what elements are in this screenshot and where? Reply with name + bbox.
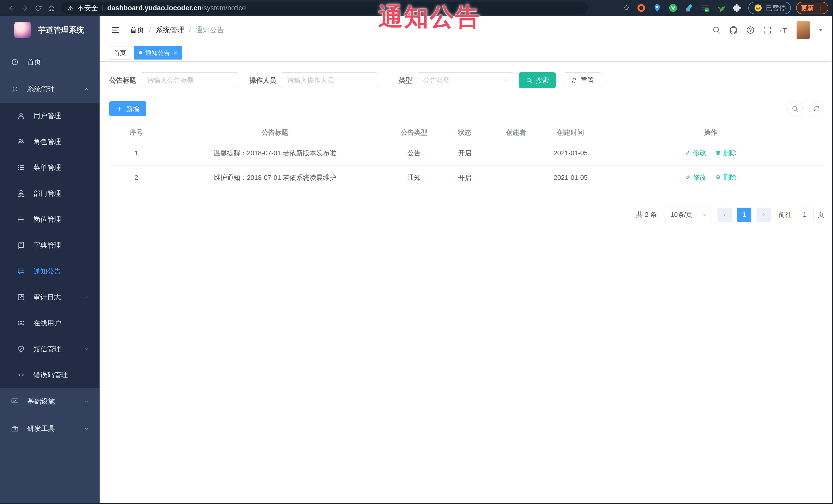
sidebar-item-post-mgmt[interactable]: 岗位管理 [0, 206, 99, 232]
arrow-left-icon [7, 4, 16, 12]
extension-blue-gem-icon[interactable] [682, 1, 696, 15]
sidebar-item-label: 错误码管理 [33, 370, 68, 380]
sidebar-item-home[interactable]: 首页 [0, 48, 99, 75]
tab-notice[interactable]: 通知公告× [134, 46, 182, 59]
user-avatar[interactable] [796, 21, 810, 39]
briefcase-icon [17, 215, 25, 223]
extension-puzzle-icon[interactable] [730, 1, 744, 15]
breadcrumb-item[interactable]: 系统管理 [156, 25, 184, 35]
sidebar-item-notice-announcement[interactable]: 通知公告 [0, 258, 99, 284]
extension-blue-pin-icon[interactable] [650, 1, 664, 15]
browser-reload-button[interactable] [31, 1, 45, 15]
sidebar-item-label: 审计日志 [33, 292, 61, 302]
edit-link-label: 修改 [693, 148, 706, 157]
sidebar-item-label: 菜单管理 [33, 163, 61, 172]
notice-type-placeholder: 公告类型 [423, 76, 450, 85]
sidebar-item-role-mgmt[interactable]: 角色管理 [0, 128, 99, 154]
sidebar-item-label: 首页 [27, 57, 41, 67]
sidebar-item-label: 部门管理 [33, 189, 61, 198]
table-row: 2维护通知：2018-07-01 若依系统凌晨维护通知开启2021-01-05修… [109, 165, 824, 190]
font-size-button[interactable]: tT [780, 25, 789, 34]
fullscreen-button[interactable] [763, 25, 772, 34]
caret-down-icon[interactable] [817, 27, 824, 33]
browser-update-button[interactable]: 更新 [796, 2, 828, 14]
svg-text:t: t [780, 28, 782, 33]
operator-label: 操作人员 [249, 76, 276, 85]
add-button[interactable]: 新增 [109, 101, 146, 116]
page-unit-label: 页 [817, 210, 824, 219]
notice-title-input[interactable] [141, 72, 238, 88]
sidebar-item-menu-mgmt[interactable]: 菜单管理 [0, 154, 99, 181]
bookmark-star-button[interactable] [620, 2, 633, 15]
sidebar-item-dev-tools[interactable]: 研发工具 [0, 415, 99, 442]
gear-icon [11, 85, 19, 93]
tab-home[interactable]: 首页 [109, 46, 131, 59]
edit-link[interactable]: 修改 [685, 148, 706, 157]
sidebar-toggle-button[interactable] [110, 24, 121, 36]
sidebar-item-user-mgmt[interactable]: 用户管理 [0, 103, 99, 128]
extension-dark-stack-icon[interactable]: on [698, 1, 712, 15]
paused-profile-chip[interactable]: 已暂停 [748, 2, 791, 14]
delete-link[interactable]: 删除 [715, 148, 737, 157]
browser-home-button[interactable] [45, 1, 58, 15]
question-button[interactable] [746, 25, 755, 34]
filter-form: 公告标题 操作人员 类型 公告类型 [109, 72, 824, 88]
table-option-buttons [787, 101, 824, 117]
browser-back-button[interactable] [5, 1, 18, 15]
search-button[interactable]: 搜索 [519, 72, 556, 88]
sidebar-item-infrastructure[interactable]: 基础设施 [0, 388, 99, 415]
tab-label: 通知公告 [145, 49, 170, 57]
breadcrumb-separator: / [149, 26, 151, 34]
next-page-button[interactable] [757, 208, 771, 222]
breadcrumb-separator: / [189, 26, 191, 34]
github-button[interactable] [729, 25, 738, 34]
sidebar-item-audit-log[interactable]: 审计日志 [0, 284, 99, 310]
users-icon [17, 138, 25, 146]
star-icon [623, 4, 630, 12]
refresh-table-button[interactable] [809, 101, 824, 117]
extension-green-sprout-icon[interactable] [714, 1, 728, 15]
window-edge-right [832, 0, 833, 504]
close-tab-icon[interactable]: × [173, 50, 177, 56]
page-number-1[interactable]: 1 [737, 208, 752, 222]
operator-input[interactable] [281, 72, 378, 88]
notice-type-select[interactable]: 公告类型 [417, 72, 514, 88]
delete-link[interactable]: 删除 [715, 173, 737, 182]
trash-icon [715, 150, 721, 156]
edit-link[interactable]: 修改 [685, 173, 706, 182]
url-path: /system/notice [202, 4, 246, 12]
toggle-search-button[interactable] [787, 101, 803, 117]
search-button-label: 搜索 [536, 76, 549, 85]
hamburger-icon [111, 25, 120, 35]
sidebar-item-dept-mgmt[interactable]: 部门管理 [0, 181, 99, 206]
code-icon [17, 371, 25, 379]
sidebar-item-dict-mgmt[interactable]: 字典管理 [0, 232, 99, 258]
page-content: 公告标题 操作人员 类型 公告类型 [100, 62, 833, 504]
breadcrumb-item[interactable]: 首页 [130, 25, 144, 35]
browser-forward-button[interactable] [18, 1, 31, 15]
app-title: 芋道管理系统 [38, 25, 84, 35]
cell-actions: 修改删除 [597, 165, 824, 190]
extension-orange-ring-icon[interactable] [634, 1, 648, 15]
extension-green-circle-icon[interactable] [666, 1, 680, 15]
dashboard-icon [11, 58, 19, 66]
goto-page-input[interactable] [796, 208, 813, 222]
sidebar-item-sms-mgmt[interactable]: 短信管理 [0, 336, 99, 362]
page-size-select[interactable]: 10条/页 [665, 208, 712, 222]
cell-no: 2 [109, 165, 163, 190]
svg-text:T: T [783, 27, 787, 33]
browser-right-cluster: on 已暂停 更新 [620, 1, 828, 15]
trash-icon [715, 174, 721, 181]
sidebar-item-error-code-mgmt[interactable]: 错误码管理 [0, 362, 99, 388]
address-bar[interactable]: 不安全 dashboard.yudao.iocoder.cn/system/no… [61, 2, 588, 14]
prev-page-button[interactable] [717, 208, 732, 222]
goto-label: 前往 [779, 210, 792, 219]
sidebar-item-system-mgmt[interactable]: 系统管理 [0, 75, 99, 103]
chevron-left-icon [721, 212, 728, 218]
app-logo[interactable]: 芋道管理系统 [0, 16, 99, 44]
reset-button[interactable]: 重置 [564, 72, 601, 88]
search-button[interactable] [712, 25, 721, 34]
sidebar-item-online-users[interactable]: 在线用户 [0, 310, 99, 336]
notice-title-label: 公告标题 [109, 76, 136, 85]
svg-text:on: on [706, 9, 709, 11]
